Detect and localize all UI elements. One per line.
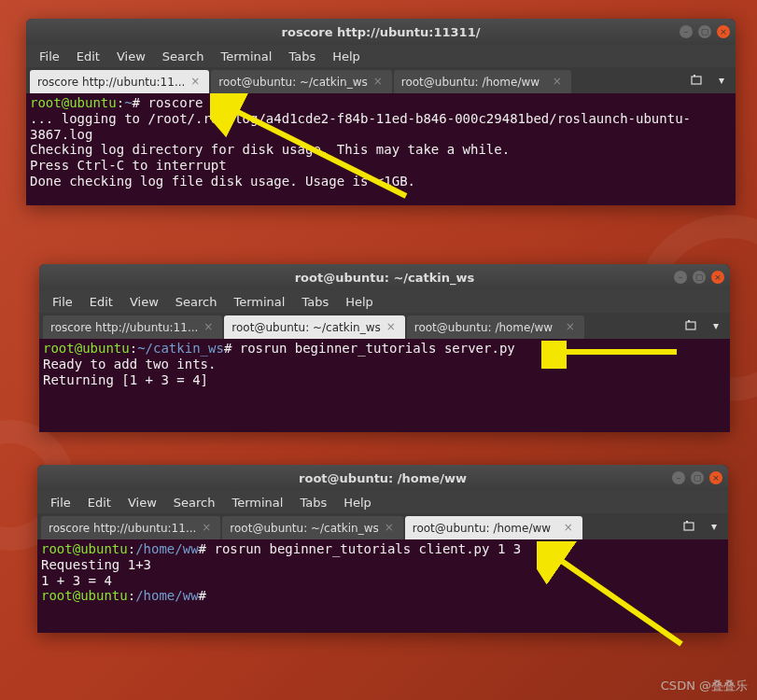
tab-home-ww[interactable]: root@ubuntu: /home/ww × xyxy=(407,315,584,339)
menu-search[interactable]: Search xyxy=(155,48,212,65)
tab-roscore[interactable]: roscore http://ubuntu:11... × xyxy=(30,70,209,93)
terminal-window-3: root@ubuntu: /home/ww – ▢ × File Edit Vi… xyxy=(37,465,728,633)
menu-file[interactable]: File xyxy=(32,48,67,65)
command-text: rosrun beginner_tutorials client.py 1 3 xyxy=(214,541,521,556)
tab-bar: roscore http://ubuntu:11... × root@ubunt… xyxy=(37,513,728,539)
command-text: roscore xyxy=(147,95,203,110)
prompt-char: # xyxy=(199,541,215,556)
menu-tabs[interactable]: Tabs xyxy=(281,48,323,65)
tab-close-icon[interactable]: × xyxy=(385,523,396,534)
tab-label: root@ubuntu: ~/catkin_ws xyxy=(218,76,367,89)
tab-dropdown-icon[interactable]: ▾ xyxy=(706,518,722,535)
terminal-window-1: roscore http://ubuntu:11311/ – ▢ × File … xyxy=(26,19,736,205)
terminal-window-2: root@ubuntu: ~/catkin_ws – ▢ × File Edit… xyxy=(39,264,730,432)
menu-terminal[interactable]: Terminal xyxy=(213,48,279,65)
output-line: Done checking log file disk usage. Usage… xyxy=(30,174,415,189)
tab-roscore[interactable]: roscore http://ubuntu:11... × xyxy=(41,516,220,539)
maximize-button[interactable]: ▢ xyxy=(693,271,706,284)
minimize-button[interactable]: – xyxy=(672,471,685,484)
output-line: ... logging to /root/.ros/log/a4d1cde2-f… xyxy=(30,111,691,142)
tab-close-icon[interactable]: × xyxy=(190,77,202,88)
menu-edit[interactable]: Edit xyxy=(80,494,119,511)
watermark-text: CSDN @叠叠乐 xyxy=(661,678,748,694)
svg-rect-0 xyxy=(692,77,701,84)
menu-tabs[interactable]: Tabs xyxy=(294,293,336,311)
tab-catkin-ws[interactable]: root@ubuntu: ~/catkin_ws × xyxy=(224,315,404,339)
menu-bar: File Edit View Search Terminal Tabs Help xyxy=(26,45,736,67)
tab-home-ww[interactable]: root@ubuntu: /home/ww × xyxy=(394,70,571,93)
tab-label: root@ubuntu: /home/ww xyxy=(414,321,560,334)
tab-dropdown-icon[interactable]: ▾ xyxy=(708,317,724,334)
close-button[interactable]: × xyxy=(717,25,730,38)
output-line: 1 + 3 = 4 xyxy=(41,573,112,588)
output-line: Requesting 1+3 xyxy=(41,557,151,572)
tab-close-icon[interactable]: × xyxy=(203,322,215,333)
minimize-button[interactable]: – xyxy=(674,271,687,284)
prompt-path: /home/ww xyxy=(135,541,198,556)
title-bar[interactable]: root@ubuntu: ~/catkin_ws – ▢ × xyxy=(39,264,730,290)
terminal-output[interactable]: root@ubuntu:~# roscore ... logging to /r… xyxy=(26,93,736,205)
close-button[interactable]: × xyxy=(711,271,724,284)
tab-dropdown-icon[interactable]: ▾ xyxy=(713,72,730,89)
prompt-sep: : xyxy=(117,95,124,110)
window-title: root@ubuntu: /home/ww xyxy=(37,471,728,485)
output-line: Checking log directory for disk usage. T… xyxy=(30,142,510,157)
tab-label: root@ubuntu: ~/catkin_ws xyxy=(230,522,378,535)
tab-label: root@ubuntu: /home/ww xyxy=(413,522,558,535)
menu-help[interactable]: Help xyxy=(338,293,381,311)
tab-close-icon[interactable]: × xyxy=(373,77,385,88)
tab-label: roscore http://ubuntu:11... xyxy=(49,522,196,535)
menu-search[interactable]: Search xyxy=(168,293,225,311)
new-tab-icon[interactable] xyxy=(681,518,698,535)
menu-terminal[interactable]: Terminal xyxy=(226,293,292,311)
menu-help[interactable]: Help xyxy=(325,48,368,65)
prompt-user: root@ubuntu xyxy=(43,341,130,356)
output-line: Press Ctrl-C to interrupt xyxy=(30,158,227,173)
svg-rect-4 xyxy=(684,523,694,530)
maximize-button[interactable]: ▢ xyxy=(691,471,704,484)
title-bar[interactable]: roscore http://ubuntu:11311/ – ▢ × xyxy=(26,19,736,45)
new-tab-icon[interactable] xyxy=(683,317,700,334)
title-bar[interactable]: root@ubuntu: /home/ww – ▢ × xyxy=(37,465,728,491)
menu-tabs[interactable]: Tabs xyxy=(292,494,334,511)
close-button[interactable]: × xyxy=(709,471,722,484)
tab-close-icon[interactable]: × xyxy=(553,77,564,88)
tab-catkin-ws[interactable]: root@ubuntu: ~/catkin_ws × xyxy=(211,70,391,93)
svg-rect-3 xyxy=(688,320,690,322)
command-text: rosrun beginner_tutorials server.py xyxy=(240,341,515,356)
menu-edit[interactable]: Edit xyxy=(82,293,120,311)
maximize-button[interactable]: ▢ xyxy=(698,25,711,38)
prompt-user: root@ubuntu xyxy=(41,541,128,556)
prompt-sep: : xyxy=(128,541,135,556)
menu-bar: File Edit View Search Terminal Tabs Help xyxy=(39,290,730,313)
menu-search[interactable]: Search xyxy=(166,494,223,511)
tab-bar: roscore http://ubuntu:11... × root@ubunt… xyxy=(39,313,730,339)
tab-label: root@ubuntu: /home/ww xyxy=(401,76,547,89)
menu-view[interactable]: View xyxy=(122,293,166,311)
tab-home-ww[interactable]: root@ubuntu: /home/ww × xyxy=(405,516,582,539)
tab-roscore[interactable]: roscore http://ubuntu:11... × xyxy=(43,315,222,339)
tab-catkin-ws[interactable]: root@ubuntu: ~/catkin_ws × xyxy=(222,516,402,539)
menu-view[interactable]: View xyxy=(120,494,164,511)
tab-close-icon[interactable]: × xyxy=(386,322,398,333)
menu-bar: File Edit View Search Terminal Tabs Help xyxy=(37,491,728,513)
window-title: root@ubuntu: ~/catkin_ws xyxy=(39,271,730,285)
minimize-button[interactable]: – xyxy=(680,25,693,38)
prompt-char: # xyxy=(199,588,215,603)
tab-label: roscore http://ubuntu:11... xyxy=(37,76,185,89)
menu-file[interactable]: File xyxy=(43,494,78,511)
prompt-sep: : xyxy=(128,588,135,603)
menu-terminal[interactable]: Terminal xyxy=(224,494,290,511)
tab-close-icon[interactable]: × xyxy=(566,322,577,333)
terminal-output[interactable]: root@ubuntu:/home/ww# rosrun beginner_tu… xyxy=(37,539,728,633)
tab-close-icon[interactable]: × xyxy=(202,523,213,534)
menu-edit[interactable]: Edit xyxy=(69,48,107,65)
menu-view[interactable]: View xyxy=(109,48,153,65)
prompt-path: ~ xyxy=(124,95,132,110)
tab-close-icon[interactable]: × xyxy=(564,523,575,534)
terminal-output[interactable]: root@ubuntu:~/catkin_ws# rosrun beginner… xyxy=(39,339,730,432)
menu-file[interactable]: File xyxy=(45,293,80,311)
new-tab-icon[interactable] xyxy=(689,72,706,89)
output-line: Ready to add two ints. xyxy=(43,357,216,371)
menu-help[interactable]: Help xyxy=(336,494,379,511)
